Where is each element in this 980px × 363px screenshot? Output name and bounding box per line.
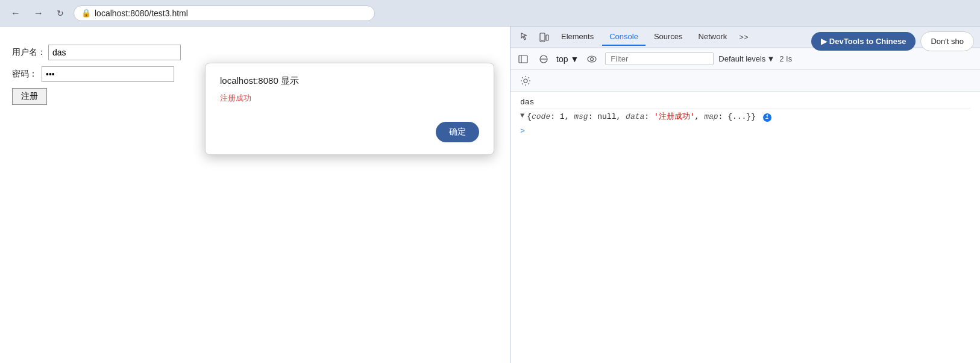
back-button[interactable]: ←	[7, 7, 24, 20]
alert-message: 注册成功	[220, 93, 479, 104]
tab-sources[interactable]: Sources	[647, 28, 690, 46]
alert-ok-button[interactable]: 确定	[436, 122, 479, 142]
inspect-element-icon[interactable]	[515, 30, 533, 45]
alert-dialog: localhost:8080 显示 注册成功 确定	[205, 63, 494, 155]
svg-point-9	[524, 79, 527, 83]
reload-button[interactable]: ↻	[53, 7, 68, 19]
more-tabs-button[interactable]: >>	[735, 30, 752, 44]
content-area: 用户名： 密码： 注册 localhost:8080 显示 注册成功 确定 ▶ …	[0, 27, 980, 363]
clear-console-icon[interactable]	[536, 52, 551, 66]
page-content: 用户名： 密码： 注册 localhost:8080 显示 注册成功 确定	[0, 27, 510, 363]
console-output: das ▼ {code: 1, msg: null, data: '注册成功',…	[510, 92, 980, 363]
username-label: 用户名：	[12, 47, 46, 58]
top-label: top	[556, 54, 568, 64]
username-row: 用户名：	[12, 45, 498, 60]
tab-console[interactable]: Console	[602, 28, 645, 46]
dont-show-button[interactable]: Don't sho	[920, 31, 974, 51]
register-button[interactable]: 注册	[12, 88, 47, 105]
console-string-value: '注册成功'	[654, 112, 695, 121]
svg-point-8	[591, 57, 594, 60]
devtools-panel: ▶ DevTools to Chinese Don't sho Elements…	[510, 27, 980, 363]
expand-arrow-icon[interactable]: ▼	[520, 111, 524, 120]
address-bar[interactable]: 🔒 localhost:8080/test3.html	[74, 5, 375, 21]
info-icon: i	[763, 113, 771, 122]
chevron-down-icon: ▼	[570, 54, 579, 64]
tab-elements[interactable]: Elements	[554, 28, 601, 46]
log-levels-selector[interactable]: Default levels ▼	[718, 54, 774, 63]
svg-rect-3	[519, 55, 527, 63]
console-settings-row	[510, 70, 980, 92]
forward-button[interactable]: →	[30, 7, 47, 20]
device-toolbar-icon[interactable]	[535, 30, 553, 45]
alert-title: localhost:8080 显示	[220, 75, 479, 87]
context-selector[interactable]: top ▼	[556, 54, 579, 64]
svg-rect-1	[546, 35, 548, 40]
filter-input[interactable]	[605, 52, 714, 65]
console-obj-suffix: , map: {...}}	[695, 112, 756, 121]
translate-banner: ▶ DevTools to Chinese Don't sho	[805, 27, 980, 56]
password-label: 密码：	[12, 69, 39, 80]
password-input[interactable]	[42, 66, 174, 82]
default-levels-label: Default levels	[718, 54, 765, 63]
browser-chrome: ← → ↻ 🔒 localhost:8080/test3.html	[0, 0, 980, 27]
username-input[interactable]	[48, 45, 181, 60]
sidebar-toggle-icon[interactable]	[515, 52, 531, 66]
url-text: localhost:8080/test3.html	[95, 8, 188, 18]
console-line-2: ▼ {code: 1, msg: null, data: '注册成功', map…	[520, 109, 970, 124]
console-obj-prefix: {code: 1, msg: null, data:	[527, 112, 654, 121]
console-prompt[interactable]: >	[520, 124, 970, 138]
issues-badge: 2 Is	[779, 54, 792, 63]
svg-point-7	[588, 56, 596, 62]
levels-chevron-icon: ▼	[767, 54, 774, 63]
lock-icon: 🔒	[81, 8, 91, 17]
settings-gear-icon[interactable]	[518, 74, 533, 87]
console-line-1: das	[520, 96, 970, 109]
tab-network[interactable]: Network	[691, 28, 735, 46]
translate-devtools-button[interactable]: ▶ DevTools to Chinese	[811, 32, 916, 51]
eye-icon[interactable]	[583, 52, 600, 66]
